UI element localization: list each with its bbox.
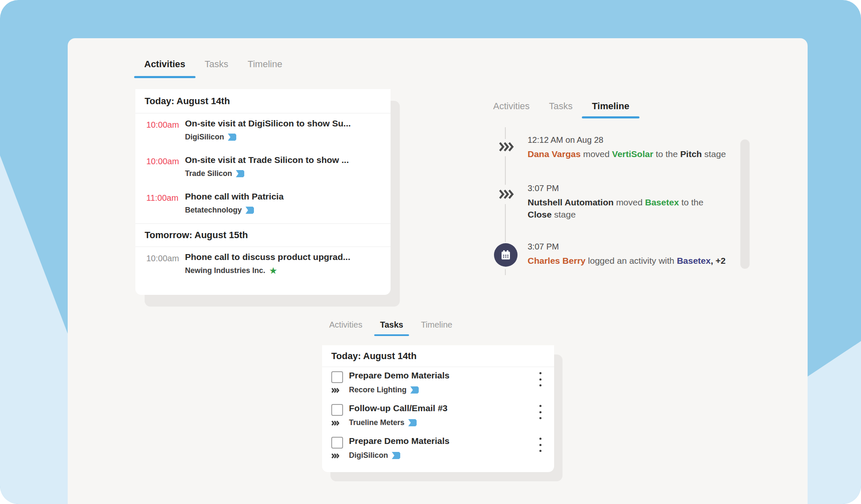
tab-tasks[interactable]: Tasks bbox=[549, 101, 573, 112]
timeline-text: Nutshell Automation bbox=[528, 197, 614, 207]
task-checkbox[interactable] bbox=[331, 437, 343, 449]
activity-title: On-site visit at Trade Silicon to show .… bbox=[185, 155, 349, 165]
activity-time: 10:00am bbox=[146, 157, 183, 166]
lead-flag-icon bbox=[408, 419, 417, 426]
timeline-tab-bar: Activities Tasks Timeline bbox=[493, 101, 629, 112]
timeline-connector bbox=[505, 269, 506, 275]
stage-chevrons-icon bbox=[331, 387, 339, 395]
timeline-text: moved bbox=[581, 149, 612, 159]
lead-flag-icon bbox=[246, 207, 254, 214]
activity-entity-link[interactable]: Newing Industries Inc. ★ bbox=[185, 266, 277, 275]
timeline-company-link[interactable]: VertiSolar bbox=[612, 149, 653, 159]
task-entity-label: Recore Lighting bbox=[349, 386, 407, 394]
lead-flag-icon bbox=[410, 386, 419, 394]
activity-row[interactable]: 10:00am On-site visit at DigiSilicon to … bbox=[135, 113, 391, 150]
timeline-event: 3:07 PM Nutshell Automation moved Basete… bbox=[528, 184, 724, 220]
tasks-panel: Today: August 14th Prepare Demo Material… bbox=[322, 345, 554, 472]
timeline-company-link[interactable]: Basetex bbox=[645, 197, 679, 207]
stage-chevrons-icon bbox=[331, 453, 339, 460]
tab-timeline[interactable]: Timeline bbox=[421, 320, 452, 330]
timeline-event-description: Dana Vargas moved VertiSolar to the Pitc… bbox=[528, 148, 755, 160]
section-header-today: Today: August 14th bbox=[322, 345, 554, 367]
activities-tab-bar: Activities Tasks Timeline bbox=[144, 59, 282, 70]
activity-title: Phone call to discuss product upgrad... bbox=[185, 252, 350, 262]
timeline-connector bbox=[505, 204, 506, 242]
tab-tasks[interactable]: Tasks bbox=[380, 320, 403, 330]
task-menu-button[interactable] bbox=[536, 372, 545, 386]
calendar-icon bbox=[494, 243, 518, 267]
task-menu-button[interactable] bbox=[536, 438, 545, 452]
timeline-connector bbox=[505, 156, 506, 185]
activity-entity-label: DigiSilicon bbox=[185, 133, 224, 142]
section-header-tomorrow: Tomorrow: August 15th bbox=[135, 223, 391, 247]
timeline-entity-link[interactable]: Basetex bbox=[677, 256, 711, 265]
lead-flag-icon bbox=[392, 452, 400, 459]
activity-row[interactable]: 10:00am Phone call to discuss product up… bbox=[135, 247, 391, 284]
timeline-person-link[interactable]: Dana Vargas bbox=[528, 149, 581, 159]
activity-row[interactable]: 10:00am On-site visit at Trade Silicon t… bbox=[135, 150, 391, 186]
timeline-text: logged an activity with bbox=[586, 256, 677, 265]
task-entity-link[interactable]: DigiSilicon bbox=[349, 451, 400, 460]
tab-activities[interactable]: Activities bbox=[329, 320, 362, 330]
stage-chevrons-icon bbox=[331, 420, 339, 428]
tab-activities[interactable]: Activities bbox=[493, 101, 530, 112]
timeline-text: moved bbox=[614, 197, 645, 207]
activity-time: 11:00am bbox=[146, 193, 183, 203]
task-title: Prepare Demo Materials bbox=[349, 436, 449, 446]
tab-activities[interactable]: Activities bbox=[144, 59, 185, 70]
lead-flag-icon bbox=[228, 134, 236, 141]
activity-title: Phone call with Patricia bbox=[185, 192, 284, 202]
timeline-event-description: Charles Berry logged an activity with Ba… bbox=[528, 255, 763, 267]
task-entity-label: DigiSilicon bbox=[349, 451, 388, 460]
activity-time: 10:00am bbox=[146, 120, 183, 130]
timeline-text: , +2 bbox=[710, 256, 726, 265]
timeline-event-timestamp: 3:07 PM bbox=[528, 242, 763, 252]
timeline-event-timestamp: 12:12 AM on Aug 28 bbox=[528, 135, 755, 145]
activity-entity-link[interactable]: Betatechnology bbox=[185, 206, 254, 215]
task-checkbox[interactable] bbox=[331, 371, 343, 383]
stage-chevrons-icon bbox=[499, 189, 514, 201]
activity-row[interactable]: 11:00am Phone call with Patricia Betatec… bbox=[135, 186, 391, 223]
activity-time: 10:00am bbox=[146, 254, 183, 263]
tab-timeline[interactable]: Timeline bbox=[248, 59, 282, 70]
activity-entity-label: Newing Industries Inc. bbox=[185, 266, 265, 275]
timeline-text: to the bbox=[679, 197, 703, 207]
task-row[interactable]: Prepare Demo Materials DigiSilicon bbox=[322, 433, 554, 465]
task-title: Prepare Demo Materials bbox=[349, 370, 449, 381]
timeline-text: stage bbox=[702, 149, 726, 159]
activities-panel: Today: August 14th 10:00am On-site visit… bbox=[135, 89, 391, 295]
activity-entity-link[interactable]: Trade Silicon bbox=[185, 169, 244, 178]
task-row[interactable]: Follow-up Call/Email #3 Trueline Meters bbox=[322, 400, 554, 433]
activity-title: On-site visit at DigiSilicon to show Su.… bbox=[185, 118, 351, 129]
timeline-connector bbox=[505, 127, 506, 139]
task-title: Follow-up Call/Email #3 bbox=[349, 403, 448, 413]
task-menu-button[interactable] bbox=[536, 405, 545, 419]
timeline-scrollbar[interactable] bbox=[740, 139, 750, 269]
tab-tasks[interactable]: Tasks bbox=[205, 59, 228, 70]
timeline-stage-label: Close bbox=[528, 210, 552, 219]
task-entity-link[interactable]: Trueline Meters bbox=[349, 418, 417, 427]
timeline-text: to the bbox=[653, 149, 680, 159]
timeline-event: 12:12 AM on Aug 28 Dana Vargas moved Ver… bbox=[528, 135, 755, 160]
stage-chevrons-icon bbox=[499, 142, 514, 153]
timeline-event-timestamp: 3:07 PM bbox=[528, 184, 724, 193]
timeline-event-description: Nutshell Automation moved Basetex to the… bbox=[528, 196, 724, 220]
lead-flag-icon bbox=[236, 170, 244, 177]
activity-entity-label: Betatechnology bbox=[185, 206, 242, 215]
viewport: Activities Tasks Timeline Today: August … bbox=[0, 0, 861, 504]
task-checkbox[interactable] bbox=[331, 404, 343, 416]
section-header-today: Today: August 14th bbox=[135, 89, 391, 113]
tab-timeline[interactable]: Timeline bbox=[592, 101, 629, 112]
timeline-stage-label: Pitch bbox=[680, 149, 702, 159]
task-row[interactable]: Prepare Demo Materials Recore Lighting bbox=[322, 367, 554, 400]
timeline-person-link[interactable]: Charles Berry bbox=[528, 256, 586, 265]
star-icon: ★ bbox=[269, 267, 277, 274]
timeline-text: stage bbox=[552, 210, 576, 219]
activity-entity-label: Trade Silicon bbox=[185, 169, 232, 178]
activity-entity-link[interactable]: DigiSilicon bbox=[185, 133, 236, 142]
task-entity-link[interactable]: Recore Lighting bbox=[349, 386, 419, 394]
timeline-event: 3:07 PM Charles Berry logged an activity… bbox=[528, 242, 763, 267]
tasks-tab-bar: Activities Tasks Timeline bbox=[329, 320, 452, 330]
task-entity-label: Trueline Meters bbox=[349, 418, 404, 427]
